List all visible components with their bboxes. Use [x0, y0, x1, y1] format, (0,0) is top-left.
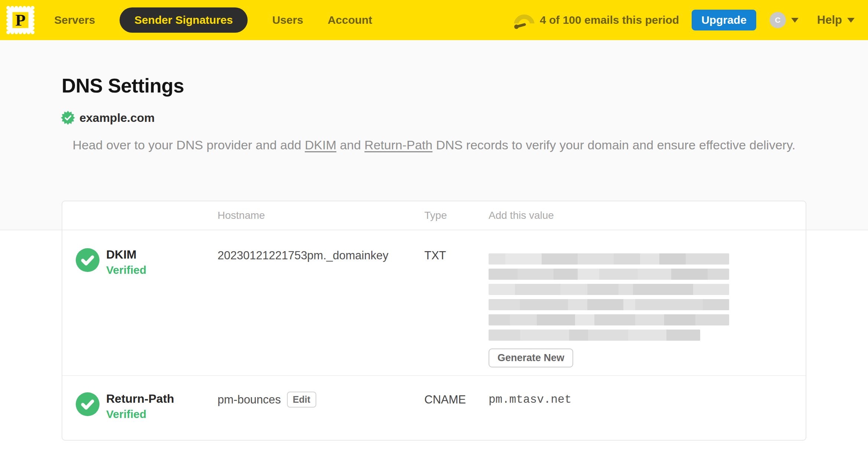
intro-text: Head over to your DNS provider and add D…: [0, 136, 868, 154]
domain-row: example.com: [61, 111, 155, 125]
hostname-cell: pm-bounces Edit: [218, 392, 424, 440]
verified-seal-icon: [61, 111, 75, 125]
avatar[interactable]: C: [770, 12, 786, 28]
record-name: Return-Path: [106, 392, 174, 405]
record-name-cell: DKIM Verified: [62, 248, 218, 375]
redacted-bar: [489, 253, 729, 265]
nav-item-users[interactable]: Users: [272, 14, 303, 26]
chevron-down-icon: [847, 18, 855, 23]
type-cell: CNAME: [424, 392, 489, 440]
hostname-cell: 20230121221753pm._domainkey: [218, 248, 424, 375]
nav-item-servers[interactable]: Servers: [54, 14, 95, 26]
postmark-logo-icon[interactable]: P: [5, 5, 36, 35]
status-badge: Verified: [106, 264, 146, 276]
domain-name: example.com: [79, 111, 155, 125]
help-menu[interactable]: Help: [817, 13, 855, 27]
help-label: Help: [817, 13, 842, 27]
record-name: DKIM: [106, 248, 146, 261]
intro-part: DNS records to verify your domain and en…: [433, 138, 796, 152]
generate-new-button[interactable]: Generate New: [489, 348, 573, 367]
postmark-app: P Servers Sender Signatures Users Accoun…: [0, 0, 868, 454]
account-menu[interactable]: C: [770, 12, 799, 28]
redacted-dkim-value: [489, 253, 806, 341]
hostname-value: 20230121221753pm._domainkey: [218, 249, 388, 262]
chevron-down-icon: [791, 18, 799, 23]
usage-meter: 4 of 100 emails this period: [513, 11, 679, 29]
table-header-row: Hostname Type Add this value: [62, 201, 806, 230]
upgrade-button[interactable]: Upgrade: [692, 10, 756, 30]
gauge-icon: [513, 11, 535, 29]
type-cell: TXT: [424, 248, 489, 375]
return-path-link[interactable]: Return-Path: [365, 138, 433, 152]
usage-count-text: 4 of 100 emails this period: [540, 14, 679, 26]
nav-item-sender-signatures[interactable]: Sender Signatures: [120, 7, 248, 33]
redacted-bar: [489, 269, 729, 280]
table-row-dkim: DKIM Verified 20230121221753pm._domainke…: [62, 230, 806, 376]
verified-check-icon: [76, 392, 99, 416]
nav-item-account[interactable]: Account: [328, 14, 372, 26]
svg-text:P: P: [15, 11, 26, 29]
redacted-bar: [489, 330, 700, 341]
table-row-return-path: Return-Path Verified pm-bounces Edit CNA…: [62, 376, 806, 440]
top-navigation-bar: P Servers Sender Signatures Users Accoun…: [0, 0, 868, 40]
intro-part: Head over to your DNS provider and add: [72, 138, 305, 152]
dns-records-card: Hostname Type Add this value DKIM Verifi…: [62, 201, 806, 441]
redacted-bar: [489, 299, 729, 310]
dkim-link[interactable]: DKIM: [305, 138, 336, 152]
value-cell: pm.mtasv.net: [489, 392, 806, 440]
primary-nav: Servers Sender Signatures Users Account: [54, 7, 397, 33]
status-badge: Verified: [106, 408, 174, 421]
column-header-value: Add this value: [489, 210, 806, 221]
cname-value: pm.mtasv.net: [489, 393, 571, 406]
intro-part: and: [336, 138, 365, 152]
value-cell: Generate New: [489, 248, 806, 375]
column-header-hostname: Hostname: [218, 210, 424, 221]
redacted-bar: [489, 314, 729, 325]
page-title: DNS Settings: [62, 74, 184, 97]
hostname-value: pm-bounces: [218, 393, 281, 406]
edit-button[interactable]: Edit: [287, 392, 316, 408]
redacted-bar: [489, 284, 729, 295]
record-name-cell: Return-Path Verified: [62, 392, 218, 440]
verified-check-icon: [76, 248, 99, 272]
column-header-type: Type: [424, 210, 489, 221]
